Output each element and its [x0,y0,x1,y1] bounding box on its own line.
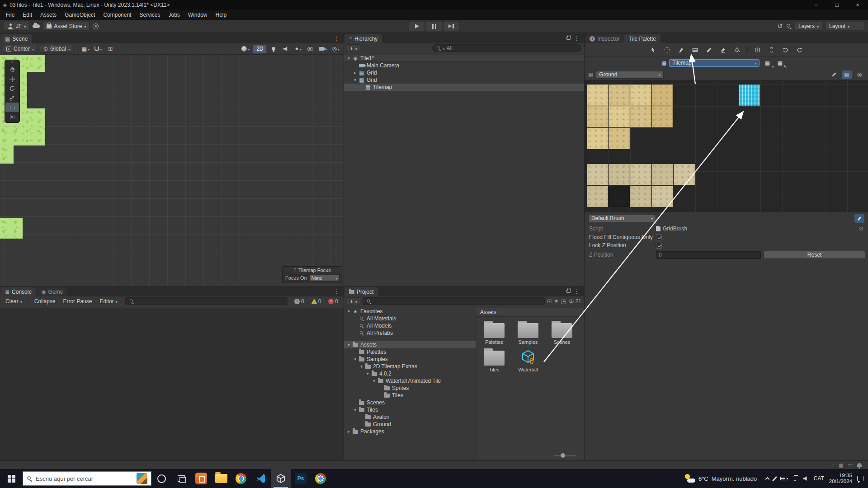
palette-tile-sand[interactable] [630,84,651,106]
project-item-samples[interactable]: Samples [512,320,544,345]
palette-paint-brush-tool[interactable] [676,46,686,54]
menu-services[interactable]: Services [135,12,164,18]
project-tree-item-all-models[interactable]: All Models [344,322,476,329]
expand-arrow-icon[interactable]: ▾ [346,56,352,61]
palette-tile-sand[interactable] [609,106,630,127]
project-tree-item-ground[interactable]: Ground [344,421,476,428]
tab-project[interactable]: Project [344,287,378,296]
expand-arrow-icon[interactable]: ▾ [346,309,352,314]
status-cache-icon[interactable]: ▦ [839,462,843,468]
palette-box-fill-tool[interactable] [690,46,700,54]
menu-edit[interactable]: Edit [19,12,36,18]
palette-tile-sand2[interactable] [630,106,651,127]
palette-tile-sand[interactable] [587,84,608,106]
tab-inspector[interactable]: Inspector [585,34,624,43]
project-tree-item-all-prefabs[interactable]: All Prefabs [344,329,476,337]
transform-tool[interactable] [5,112,19,122]
project-panel-menu-icon[interactable] [571,288,582,295]
asset-store-dropdown[interactable]: Asset Store [43,22,90,31]
expand-arrow-icon[interactable]: ▸ [346,429,352,434]
project-tree-item-sprites[interactable]: Sprites [344,385,476,392]
expand-arrow-icon[interactable]: ▾ [352,78,358,82]
tab-hierarchy[interactable]: ≡ Hierarchy [344,34,382,43]
palette-gizmos-button[interactable]: ◎ [854,70,864,79]
volume-icon[interactable] [803,476,809,481]
taskbar-clock[interactable]: 19:35 20/1/2024 [829,473,852,484]
palette-tile-sand4[interactable] [587,164,608,185]
new-tilemap-button[interactable]: ▦+ [762,59,772,67]
slider-knob[interactable] [561,453,565,458]
palette-tile-sand2[interactable] [587,106,608,127]
project-tree-item-4-0-2[interactable]: ▾4.0.2 [344,370,476,377]
expand-arrow-icon[interactable]: ▸ [352,70,358,75]
palette-tile-sand3[interactable] [652,106,673,127]
project-create-dropdown[interactable]: + [347,297,360,305]
rect-tool-selected[interactable] [5,103,19,112]
console-log-area[interactable] [0,308,344,460]
taskbar-browser2[interactable] [311,469,330,488]
cloud-icon[interactable] [33,24,40,28]
lock-z-checkbox[interactable] [656,243,662,249]
close-button[interactable]: × [847,0,868,10]
start-button[interactable] [0,469,23,488]
language-indicator[interactable]: CAT [814,475,824,482]
project-tree-item-avalon[interactable]: Avalon [344,413,476,421]
reset-button[interactable]: Reset [764,251,865,259]
hierarchy-panel-menu-icon[interactable] [571,35,582,42]
menu-file[interactable]: File [2,12,19,18]
project-item-scenes[interactable]: Scenes [546,320,578,345]
expand-arrow-icon[interactable]: ▾ [352,357,358,361]
palette-tile-sand5[interactable] [609,164,630,185]
console-clear-dropdown[interactable]: Clear [3,298,25,305]
tab-tile-palette[interactable]: Tile Palette [624,34,660,43]
task-view-button[interactable] [171,469,191,488]
info-count-badge[interactable]: 0 [292,298,306,305]
gizmos-dropdown[interactable]: ◎ [331,45,341,53]
tool-handle-rotation-dropdown[interactable]: ⊕ Global [40,45,74,53]
pen-icon[interactable] [772,476,777,481]
window-titlebar[interactable]: ◈ 03Tiles - Tile1 - Windows, Mac, Linux … [0,0,868,10]
project-tree-item-tiles[interactable]: ▾Tiles [344,406,476,413]
hierarchy-item-tilemap[interactable]: ▦Tilemap [344,84,584,91]
expand-arrow-icon[interactable]: ▾ [359,364,364,369]
project-tree-item-2d-tilemap-extras[interactable]: ▾2D Tilemap Extras [344,363,476,370]
error-count-badge[interactable]: 0 [326,298,340,305]
grid-view-toggle[interactable]: ▦ [842,70,852,79]
console-error-pause-toggle[interactable]: Error Pause [60,298,94,305]
lock-icon[interactable] [566,290,571,293]
favorites-star-icon[interactable]: ★ [554,299,558,304]
status-activity-icon[interactable]: ◌ [831,462,835,468]
2d-toggle-button[interactable]: 2D [253,45,266,53]
status-bell-icon[interactable] [857,463,862,467]
shading-mode-dropdown[interactable] [240,45,251,53]
project-item-tiles[interactable]: Tiles [478,347,510,372]
expand-arrow-icon[interactable]: ▾ [371,379,377,383]
menu-window[interactable]: Window [184,12,212,18]
preset-icon[interactable]: ⊙ [859,226,863,231]
layout-dropdown[interactable]: Layout [826,22,864,31]
palette-picker-tool[interactable] [704,46,714,54]
expand-arrow-icon[interactable]: ▾ [352,408,358,412]
grid-visibility-dropdown[interactable]: ▦ [80,45,91,53]
maximize-button[interactable]: □ [826,0,847,10]
hierarchy-search-input[interactable]: All [432,44,581,52]
palette-tile-sand4[interactable] [630,164,651,185]
scene-lighting-toggle[interactable] [269,45,278,53]
action-center-icon[interactable] [857,476,863,481]
pause-button[interactable] [426,22,442,31]
palette-tile-sand[interactable] [587,128,608,149]
menu-help[interactable]: Help [212,12,231,18]
console-panel-menu-icon[interactable] [331,288,342,295]
move-tool[interactable] [5,74,19,84]
taskbar-weather[interactable]: 6°C Mayorm. nublado [679,474,761,483]
palette-tile-sand4[interactable] [652,186,673,207]
console-search-input[interactable] [125,297,288,305]
hierarchy-item-tile1[interactable]: ▾◈Tile1* [344,55,584,62]
toolstrip-grip-icon[interactable]: ≡ [5,60,19,65]
expand-arrow-icon[interactable]: ▾ [346,343,352,347]
layers-dropdown[interactable]: Layers [795,22,822,31]
project-tree-item-waterfall-animated-tile[interactable]: ▾Waterfall Animated Tile [344,377,476,385]
step-button[interactable] [443,22,459,31]
view-hand-tool[interactable] [5,65,19,74]
rotate-ccw-button[interactable] [781,46,791,54]
